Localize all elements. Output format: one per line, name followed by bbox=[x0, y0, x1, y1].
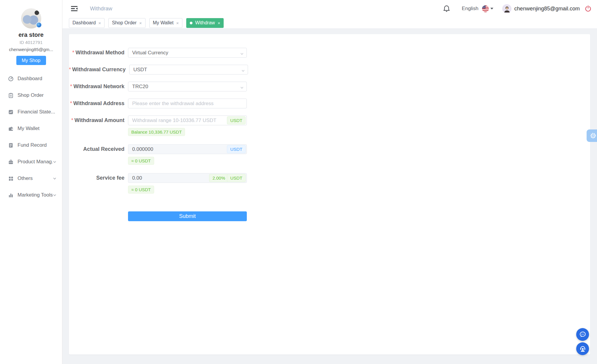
tab-label: Dashboard bbox=[72, 20, 96, 26]
chat-bubble-button[interactable] bbox=[576, 328, 589, 341]
sidebar-item-label: Fund Record bbox=[18, 142, 57, 148]
sidebar: era store ID 4012791 chenwenjing85@gm...… bbox=[0, 0, 62, 364]
notification-bell-icon[interactable] bbox=[443, 5, 451, 13]
withdrawal-network-label: *Withdrawal Network bbox=[69, 82, 128, 91]
withdrawal-currency-label: *Withdrawal Currency bbox=[69, 65, 129, 75]
sidebar-item-label: Product Manag... bbox=[18, 159, 53, 165]
menu-fold-icon[interactable] bbox=[70, 5, 78, 12]
others-icon bbox=[8, 176, 14, 181]
tab-shop-order[interactable]: Shop Order × bbox=[108, 18, 145, 28]
sidebar-item-product-management[interactable]: Product Manag... bbox=[0, 153, 62, 170]
tab-my-wallet[interactable]: My Wallet × bbox=[149, 18, 182, 28]
withdrawal-currency-select[interactable]: USDT bbox=[129, 65, 248, 75]
chevron-down-icon bbox=[53, 160, 57, 164]
sidebar-item-others[interactable]: Others bbox=[0, 170, 62, 187]
withdrawal-network-select[interactable]: TRC20 bbox=[128, 82, 247, 91]
actual-received-row: Actual Received USDT ≈ 0 USDT bbox=[69, 144, 590, 165]
product-management-icon bbox=[8, 159, 14, 165]
withdrawal-address-row: *Withdrawal Address bbox=[69, 99, 590, 108]
close-icon[interactable]: × bbox=[98, 21, 101, 25]
settings-gear-tab[interactable] bbox=[587, 129, 597, 142]
sidebar-item-shop-order[interactable]: Shop Order bbox=[0, 87, 62, 104]
required-asterisk: * bbox=[69, 67, 71, 72]
tab-dashboard[interactable]: Dashboard × bbox=[69, 18, 105, 28]
gear-icon bbox=[590, 132, 596, 139]
us-flag-icon[interactable] bbox=[482, 5, 489, 12]
sidebar-item-label: Others bbox=[18, 175, 53, 181]
user-email[interactable]: chenwenjing85@gmail.com bbox=[514, 6, 580, 12]
financial-statement-icon bbox=[8, 109, 14, 115]
withdrawal-method-select[interactable]: Virtual Currency bbox=[128, 48, 247, 58]
tab-label: Withdraw bbox=[195, 20, 215, 26]
sidebar-item-label: Marketing Tools bbox=[18, 192, 53, 198]
sidebar-item-my-wallet[interactable]: My Wallet bbox=[0, 120, 62, 137]
chat-bubble-icon bbox=[579, 331, 587, 338]
store-name: era store bbox=[0, 31, 62, 38]
sidebar-item-dashboard[interactable]: Dashboard bbox=[0, 70, 62, 87]
service-fee-label: Service fee bbox=[69, 173, 128, 183]
sidebar-item-label: My Wallet bbox=[18, 126, 57, 132]
service-fee-rate-tag: 2.00% bbox=[209, 174, 228, 182]
withdrawal-network-row: *Withdrawal Network TRC20 bbox=[69, 82, 590, 91]
withdrawal-currency-value: USDT bbox=[133, 67, 147, 73]
service-fee-currency-tag: USDT bbox=[227, 174, 246, 182]
store-email: chenwenjing85@gm... bbox=[0, 47, 62, 52]
topbar-right: English chenwenjing85@gmail.com bbox=[443, 4, 597, 13]
shop-order-icon bbox=[8, 93, 14, 98]
sidebar-item-label: Shop Order bbox=[18, 92, 57, 98]
store-id: ID 4012791 bbox=[0, 40, 62, 45]
content-area: *Withdrawal Method Virtual Currency *Wit… bbox=[62, 29, 597, 364]
withdrawal-address-input[interactable] bbox=[128, 99, 247, 108]
withdrawal-amount-label: *Withdrawal Amount bbox=[69, 115, 128, 125]
active-tab-dot bbox=[190, 22, 192, 24]
marketing-tools-icon bbox=[8, 192, 14, 198]
tab-label: My Wallet bbox=[153, 20, 174, 26]
language-caret-icon bbox=[490, 8, 493, 10]
withdrawal-address-label: *Withdrawal Address bbox=[69, 99, 128, 108]
tab-withdraw-active[interactable]: Withdraw × bbox=[186, 18, 224, 28]
my-shop-button[interactable]: My Shop bbox=[16, 56, 46, 65]
tab-label: Shop Order bbox=[112, 20, 137, 26]
actual-received-label: Actual Received bbox=[69, 144, 128, 154]
close-icon[interactable]: × bbox=[176, 21, 179, 25]
withdrawal-network-value: TRC20 bbox=[132, 84, 148, 90]
actual-received-approx-badge: ≈ 0 USDT bbox=[128, 157, 154, 165]
chevron-down-icon bbox=[240, 51, 244, 55]
sidebar-item-marketing-tools[interactable]: Marketing Tools bbox=[0, 187, 62, 203]
close-icon[interactable]: × bbox=[139, 21, 142, 25]
language-selector[interactable]: English bbox=[462, 6, 478, 12]
chevron-down-icon bbox=[53, 193, 57, 197]
chevron-down-icon bbox=[53, 176, 57, 181]
withdrawal-method-label: *Withdrawal Method bbox=[69, 48, 128, 58]
withdraw-form-card: *Withdrawal Method Virtual Currency *Wit… bbox=[69, 34, 590, 354]
store-avatar[interactable] bbox=[21, 8, 41, 29]
required-asterisk: * bbox=[70, 100, 72, 106]
withdrawal-method-value: Virtual Currency bbox=[132, 50, 168, 56]
sidebar-menu: Dashboard Shop Order Financial State... … bbox=[0, 70, 62, 203]
app-root: era store ID 4012791 chenwenjing85@gm...… bbox=[0, 0, 597, 364]
sidebar-item-label: Dashboard bbox=[18, 76, 57, 82]
topbar: Withdraw English chenwenjing85@gmail.com bbox=[62, 0, 597, 17]
headset-support-icon bbox=[579, 345, 587, 353]
logout-power-icon[interactable] bbox=[585, 5, 592, 12]
dashboard-icon bbox=[8, 76, 14, 82]
chevron-down-icon bbox=[241, 68, 245, 72]
required-asterisk: * bbox=[70, 83, 72, 89]
sidebar-item-financial-statement[interactable]: Financial State... bbox=[0, 104, 62, 120]
wallet-icon bbox=[8, 126, 14, 132]
page-title: Withdraw bbox=[90, 6, 112, 12]
withdrawal-currency-row: *Withdrawal Currency USDT bbox=[69, 65, 590, 75]
user-avatar[interactable] bbox=[502, 4, 511, 13]
actual-received-currency-tag: USDT bbox=[227, 145, 246, 153]
fund-record-icon bbox=[8, 143, 14, 148]
service-fee-approx-badge: ≈ 0 USDT bbox=[128, 186, 154, 194]
sidebar-item-fund-record[interactable]: Fund Record bbox=[0, 137, 62, 153]
store-profile: era store ID 4012791 chenwenjing85@gm...… bbox=[0, 0, 62, 65]
customer-service-button[interactable] bbox=[576, 342, 589, 355]
close-icon[interactable]: × bbox=[218, 21, 220, 25]
withdrawal-amount-row: *Withdrawal Amount USDT Balance 10,336.7… bbox=[69, 115, 590, 136]
required-asterisk: * bbox=[72, 50, 74, 56]
balance-badge: Balance 10,336.77 USDT bbox=[128, 128, 185, 136]
service-fee-row: Service fee 2.00% USDT ≈ 0 USDT bbox=[69, 173, 590, 194]
submit-button[interactable]: Submit bbox=[128, 211, 247, 221]
